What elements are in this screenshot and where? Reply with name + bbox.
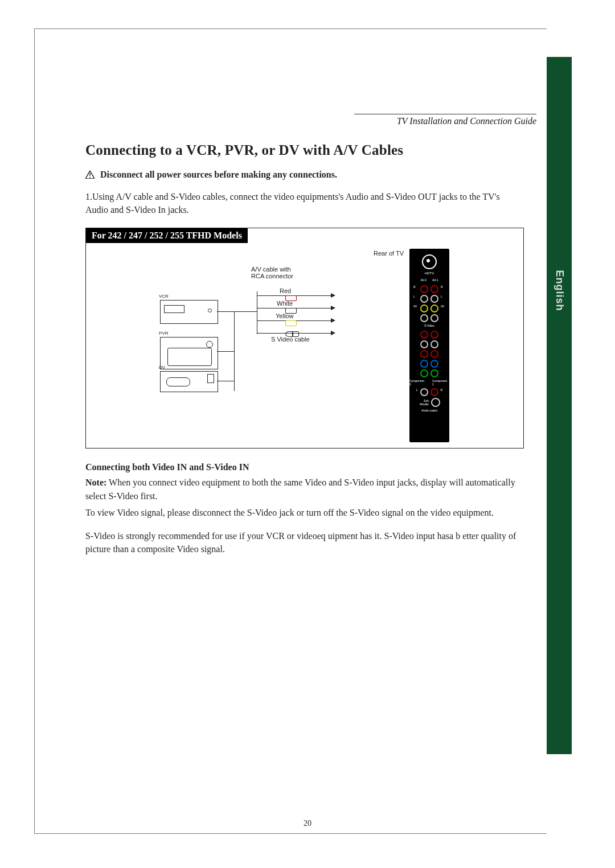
section-header: TV Installation and Connection Guide xyxy=(354,114,536,126)
pvr-device-icon: PVR xyxy=(160,337,218,369)
language-label: English xyxy=(554,270,565,311)
rca-connector-icon xyxy=(285,318,300,324)
vcr-device-icon: VCR xyxy=(160,300,218,324)
warning-row: Disconnect all power sources before maki… xyxy=(85,170,524,180)
tv-rear-panel: HDTV AV-2 AV-1 RR LL AVAV S-Video xyxy=(409,249,449,442)
language-tab: English xyxy=(547,57,572,754)
view-signal-paragraph: To view Video signal, please disconnect … xyxy=(85,506,524,519)
svideo-row-label: S-Video xyxy=(409,324,449,327)
arrow-icon xyxy=(331,331,335,335)
audio-output-label: Audio output xyxy=(409,409,449,412)
note-label: Note: xyxy=(85,478,106,487)
rca-connector-icon xyxy=(285,306,300,311)
hdtv-port-icon xyxy=(422,254,437,269)
arrow-icon xyxy=(331,306,335,310)
manual-page: English TV Installation and Connection G… xyxy=(0,0,615,868)
vcr-label: VCR xyxy=(159,294,169,299)
component-port-grid: Component 2 Component 1 xyxy=(409,331,449,386)
hdtv-port-label: HDTV xyxy=(409,271,449,275)
av-cable-label-1: A/V cable with xyxy=(251,266,291,273)
page-number: 20 xyxy=(0,819,615,828)
subsection-heading: Connecting both Video IN and S-Video IN xyxy=(85,462,524,472)
svideo-reco-paragraph: S-Video is strongly recommended for use … xyxy=(85,529,524,556)
arrow-icon xyxy=(331,293,335,298)
dv-label: DV xyxy=(159,365,165,370)
svg-point-1 xyxy=(89,176,91,178)
pvr-label: PVR xyxy=(159,331,168,336)
step-1: 1.Using A/V cable and S-Video cables, co… xyxy=(85,190,524,216)
warning-text: Disconnect all power sources before maki… xyxy=(100,170,337,179)
bus-line xyxy=(234,311,235,391)
page-content: Connecting to a VCR, PVR, or DV with A/V… xyxy=(85,142,524,559)
warning-icon xyxy=(85,171,95,179)
note-body: When you connect video equipment to both… xyxy=(85,478,515,500)
col-av1: AV-1 xyxy=(432,278,438,282)
av-cable-label-2: RCA connector xyxy=(251,273,293,279)
comp2-label: Component 2 xyxy=(409,379,427,386)
svideo-connector-icon xyxy=(285,329,300,335)
audio-out-grid: LR Sub Woofer Audio output xyxy=(409,388,449,412)
comp1-label: Component 1 xyxy=(432,379,449,386)
av-port-grid: RR LL AVAV S-Video xyxy=(409,285,449,327)
col-av2: AV-2 xyxy=(421,278,427,282)
diagram-body: Rear of TV A/V cable with RCA connector … xyxy=(86,243,523,448)
connection-diagram: For 242 / 247 / 252 / 255 TFHD Models Re… xyxy=(85,228,524,449)
rca-connector-icon xyxy=(285,293,300,299)
svideo-cable-label: S Video cable xyxy=(271,336,310,343)
diagram-title: For 242 / 247 / 252 / 255 TFHD Models xyxy=(86,228,248,243)
rear-of-tv-label: Rear of TV xyxy=(374,250,404,257)
dv-device-icon: DV xyxy=(160,371,218,392)
note-paragraph: Note: When you connect video equipment t… xyxy=(85,476,524,502)
page-title: Connecting to a VCR, PVR, or DV with A/V… xyxy=(85,142,524,158)
arrow-icon xyxy=(331,318,335,323)
